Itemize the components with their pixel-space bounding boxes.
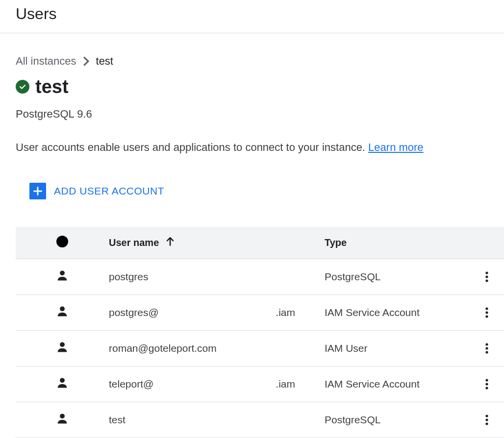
status-running-icon — [16, 80, 29, 94]
row-actions-menu-button[interactable] — [477, 339, 497, 358]
type-cell: IAM Service Account — [325, 366, 470, 402]
page-header: Users — [0, 0, 504, 33]
type-cell: PostgreSQL — [325, 259, 470, 294]
table-row: postgresPostgreSQL — [16, 259, 504, 294]
user-icon — [55, 268, 69, 282]
username-value: test — [109, 414, 126, 426]
svg-point-17 — [485, 414, 488, 417]
actions-cell — [470, 366, 504, 402]
username-cell: roman@goteleport.com — [109, 330, 325, 366]
svg-point-7 — [485, 315, 488, 317]
column-header-actions — [470, 227, 504, 259]
actions-cell — [470, 294, 504, 330]
type-cell: IAM Service Account — [325, 294, 470, 330]
add-user-account-button[interactable]: ADD USER ACCOUNT — [29, 183, 164, 199]
row-icon-cell — [16, 259, 109, 294]
sort-ascending-icon — [165, 236, 176, 249]
user-icon — [55, 304, 69, 318]
user-icon — [55, 412, 69, 425]
svg-point-10 — [485, 347, 488, 349]
username-cell: postgres — [109, 259, 325, 294]
username-cell: test — [109, 402, 325, 438]
learn-more-link[interactable]: Learn more — [368, 141, 424, 153]
svg-point-6 — [485, 311, 488, 314]
row-actions-menu-button[interactable] — [477, 267, 497, 287]
table-header-row: User name Type — [16, 227, 504, 259]
svg-point-16 — [60, 414, 65, 419]
type-cell: PostgreSQL — [325, 402, 470, 438]
row-icon-cell — [16, 366, 109, 402]
description-body: User accounts enable users and applicati… — [16, 141, 368, 153]
type-cell: IAM User — [325, 330, 470, 366]
column-header-username[interactable]: User name — [109, 227, 325, 259]
actions-cell — [470, 259, 504, 294]
row-icon-cell — [16, 402, 109, 438]
actions-cell — [470, 402, 504, 438]
row-icon-cell — [16, 294, 109, 330]
instance-title-row: test — [16, 77, 504, 96]
user-icon — [55, 376, 69, 389]
svg-point-3 — [485, 279, 488, 282]
svg-point-15 — [485, 387, 488, 389]
table-row: testPostgreSQL — [16, 402, 504, 438]
username-cell: teleport@.iam — [109, 366, 325, 402]
svg-point-5 — [485, 307, 488, 310]
database-version: PostgreSQL 9.6 — [16, 108, 504, 121]
content-area: All instances test test PostgreSQL 9.6 U… — [0, 33, 504, 438]
column-header-type[interactable]: Type — [325, 227, 470, 259]
svg-point-18 — [485, 418, 488, 421]
svg-point-8 — [60, 342, 65, 347]
svg-point-0 — [60, 271, 65, 276]
svg-point-14 — [485, 383, 488, 385]
breadcrumb-parent-link[interactable]: All instances — [16, 55, 76, 68]
username-suffix: .iam — [276, 307, 325, 318]
username-value: roman@goteleport.com — [109, 342, 217, 354]
breadcrumb: All instances test — [16, 55, 504, 68]
users-table: User name Type postgresPostgreSQLpostgre… — [16, 227, 504, 438]
username-header-label: User name — [109, 237, 159, 248]
chevron-right-icon — [83, 57, 89, 66]
svg-point-4 — [60, 307, 65, 312]
svg-point-19 — [485, 422, 488, 425]
description-text: User accounts enable users and applicati… — [16, 140, 504, 155]
username-value: postgres — [109, 271, 149, 283]
svg-point-2 — [485, 275, 488, 278]
table-row: postgres@.iamIAM Service Account — [16, 294, 504, 330]
svg-point-13 — [485, 379, 488, 381]
user-icon — [55, 340, 69, 354]
row-actions-menu-button[interactable] — [477, 303, 497, 322]
instance-name: test — [35, 77, 69, 96]
username-suffix: .iam — [276, 378, 325, 390]
svg-point-12 — [60, 378, 65, 383]
username-value: postgres@ — [109, 307, 159, 318]
svg-point-1 — [485, 271, 488, 274]
username-value: teleport@ — [109, 378, 153, 390]
page-title: Users — [16, 5, 488, 23]
header-indicator-cell — [16, 227, 109, 259]
actions-cell — [470, 330, 504, 366]
row-actions-menu-button[interactable] — [477, 374, 497, 394]
row-icon-cell — [16, 330, 109, 366]
username-cell: postgres@.iam — [109, 294, 325, 330]
add-user-label: ADD USER ACCOUNT — [54, 185, 164, 197]
plus-icon — [29, 183, 46, 199]
svg-point-11 — [485, 351, 488, 353]
breadcrumb-current: test — [96, 55, 113, 68]
row-actions-menu-button[interactable] — [477, 410, 497, 430]
table-row: teleport@.iamIAM Service Account — [16, 366, 504, 402]
svg-point-9 — [485, 343, 488, 345]
filled-circle-icon — [56, 236, 68, 247]
table-row: roman@goteleport.comIAM User — [16, 330, 504, 366]
